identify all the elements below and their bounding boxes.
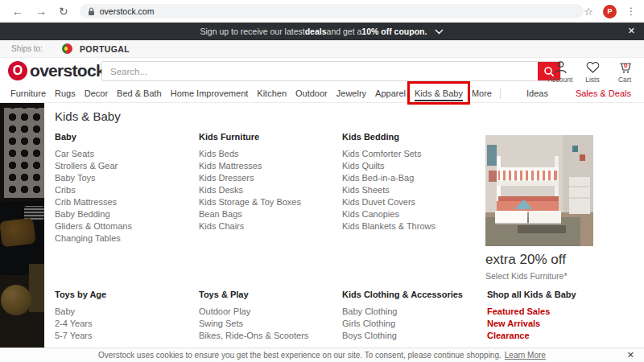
menu-link-featured-sales[interactable]: Featured Sales [487, 306, 576, 318]
menu-link[interactable]: Strollers & Gear [55, 160, 132, 172]
menu-link[interactable]: Kids Canopies [342, 208, 436, 220]
menu-column-shop-all: Shop all Kids & Baby Featured Sales New … [487, 290, 576, 342]
column-header[interactable]: Baby [55, 132, 132, 142]
menu-column-toys-play: Toys & Play Outdoor Play Swing Sets Bike… [199, 290, 308, 342]
promo-banner-kids-furniture[interactable]: extra 20% off Select Kids Furniture* [485, 135, 593, 281]
menu-link[interactable]: Crib Mattresses [55, 196, 132, 208]
ships-to-country[interactable]: PORTUGAL [80, 44, 130, 54]
url-text: overstock.com [100, 6, 155, 16]
dimmed-page-background [0, 103, 44, 348]
back-icon[interactable]: ← [12, 6, 23, 17]
column-header[interactable]: Kids Clothing & Accessories [342, 290, 463, 299]
account-button[interactable]: Account [544, 60, 576, 84]
ships-to-label: Ships to: [11, 44, 43, 53]
column-header[interactable]: Toys by Age [55, 290, 106, 299]
search-bar [101, 61, 561, 81]
menu-column-baby: Baby Car Seats Strollers & Gear Baby Toy… [55, 132, 132, 245]
menu-link[interactable]: Kids Beds [199, 148, 301, 160]
menu-link[interactable]: Boys Clothing [342, 330, 463, 342]
menu-link[interactable]: Kids Storage & Toy Boxes [199, 196, 301, 208]
cookie-consent-bar: Overstock uses cookies to ensure you get… [0, 348, 644, 362]
menu-link[interactable]: 2-4 Years [55, 318, 106, 330]
nav-item-ideas[interactable]: Ideas [526, 88, 548, 98]
menu-link-clearance[interactable]: Clearance [487, 330, 576, 342]
cart-label: Cart [618, 76, 631, 84]
padlock-icon [88, 7, 95, 16]
nav-item-jewelry[interactable]: Jewelry [336, 88, 366, 98]
banner-text: Sign up to receive our latest [200, 27, 305, 36]
reload-icon[interactable]: ↻ [59, 6, 68, 17]
account-label: Account [548, 76, 573, 84]
column-header[interactable]: Kids Furniture [199, 132, 301, 142]
lists-heart-icon [585, 60, 601, 75]
menu-link[interactable]: Swing Sets [199, 318, 308, 330]
menu-link-new-arrivals[interactable]: New Arrivals [487, 318, 576, 330]
menu-link[interactable]: Gliders & Ottomans [55, 220, 132, 232]
cookie-text: Overstock uses cookies to ensure you get… [98, 351, 502, 360]
nav-item-apparel[interactable]: Apparel [375, 88, 406, 98]
menu-link[interactable]: Girls Clothing [342, 318, 463, 330]
menu-link[interactable]: Baby Toys [55, 172, 132, 184]
menu-link[interactable]: Kids Duvet Covers [342, 196, 436, 208]
column-header[interactable]: Shop all Kids & Baby [487, 290, 576, 299]
menu-link[interactable]: Baby Bedding [55, 208, 132, 220]
forward-icon[interactable]: → [35, 6, 47, 17]
portugal-flag-icon[interactable] [62, 43, 72, 54]
bookmark-star-icon[interactable]: ☆ [584, 6, 593, 18]
menu-link[interactable]: Changing Tables [55, 232, 132, 245]
menu-link[interactable]: Bikes, Ride-Ons & Scooters [199, 330, 308, 342]
nav-item-furniture[interactable]: Furniture [10, 88, 46, 98]
mega-menu-title: Kids & Baby [55, 109, 121, 123]
nav-item-kitchen[interactable]: Kitchen [257, 88, 287, 98]
menu-column-kids-clothing: Kids Clothing & Accessories Baby Clothin… [342, 290, 463, 342]
site-header: O overstock. ™ Account Lists 0 Cart [0, 58, 644, 84]
menu-link[interactable]: Kids Mattresses [199, 160, 301, 172]
nav-item-bed-bath[interactable]: Bed & Bath [117, 88, 162, 98]
banner-close-icon[interactable]: ✕ [628, 26, 635, 36]
lists-button[interactable]: Lists [576, 60, 609, 84]
nav-item-home-improvement[interactable]: Home Improvement [171, 88, 249, 98]
overstock-logo[interactable]: O overstock. ™ [8, 61, 116, 80]
mega-menu-stage: Kids & Baby Baby Car Seats Strollers & G… [0, 103, 644, 348]
menu-link[interactable]: Car Seats [55, 148, 132, 160]
browser-menu-icon[interactable]: ⋮ [626, 6, 636, 17]
menu-link[interactable]: Baby Clothing [342, 306, 463, 318]
cart-button[interactable]: 0 Cart [609, 60, 641, 84]
nav-item-rugs[interactable]: Rugs [55, 88, 76, 98]
menu-link[interactable]: Kids Sheets [342, 184, 436, 196]
cart-count-badge: 0 [624, 62, 627, 69]
menu-link[interactable]: Kids Comforter Sets [342, 148, 436, 160]
search-input[interactable] [102, 62, 538, 80]
promo-subtext: Select Kids Furniture* [485, 271, 593, 281]
menu-link[interactable]: Kids Chairs [199, 220, 301, 232]
profile-avatar[interactable]: P [603, 5, 617, 19]
menu-link[interactable]: Kids Blankets & Throws [342, 220, 436, 232]
address-bar[interactable]: overstock.com [80, 4, 584, 19]
nav-item-more[interactable]: More [472, 88, 492, 98]
nav-item-sales-deals[interactable]: Sales & Deals [576, 88, 631, 98]
nav-item-outdoor[interactable]: Outdoor [295, 88, 328, 98]
column-header[interactable]: Toys & Play [199, 290, 308, 299]
signup-promo-banner[interactable]: Sign up to receive our latest deals and … [0, 23, 644, 40]
column-header[interactable]: Kids Bedding [342, 132, 436, 142]
account-person-icon [553, 60, 568, 75]
menu-link[interactable]: 5-7 Years [55, 330, 106, 342]
menu-link[interactable]: Kids Bed-in-a-Bag [342, 172, 436, 184]
menu-column-toys-by-age: Toys by Age Baby 2-4 Years 5-7 Years [55, 290, 106, 342]
ships-to-bar: Ships to: PORTUGAL [0, 40, 644, 58]
menu-link[interactable]: Cribs [55, 184, 132, 196]
browser-actions: ☆ P ⋮ [584, 5, 636, 19]
menu-link[interactable]: Kids Dressers [199, 172, 301, 184]
nav-item-decor[interactable]: Decor [85, 88, 108, 98]
menu-link[interactable]: Kids Quilts [342, 160, 436, 172]
menu-link[interactable]: Kids Desks [199, 184, 301, 196]
secondary-nav: Ideas Sales & Deals [501, 88, 644, 98]
chevron-down-icon[interactable] [435, 29, 444, 35]
menu-link[interactable]: Outdoor Play [199, 306, 308, 318]
banner-text-mid: and get a [327, 27, 362, 36]
menu-link[interactable]: Baby [55, 306, 106, 318]
cookie-close-icon[interactable]: ✕ [627, 350, 634, 360]
menu-link[interactable]: Bean Bags [199, 208, 301, 220]
cookie-learn-more-link[interactable]: Learn More [505, 351, 546, 360]
nav-item-kids-baby[interactable]: Kids & Baby [415, 88, 463, 98]
